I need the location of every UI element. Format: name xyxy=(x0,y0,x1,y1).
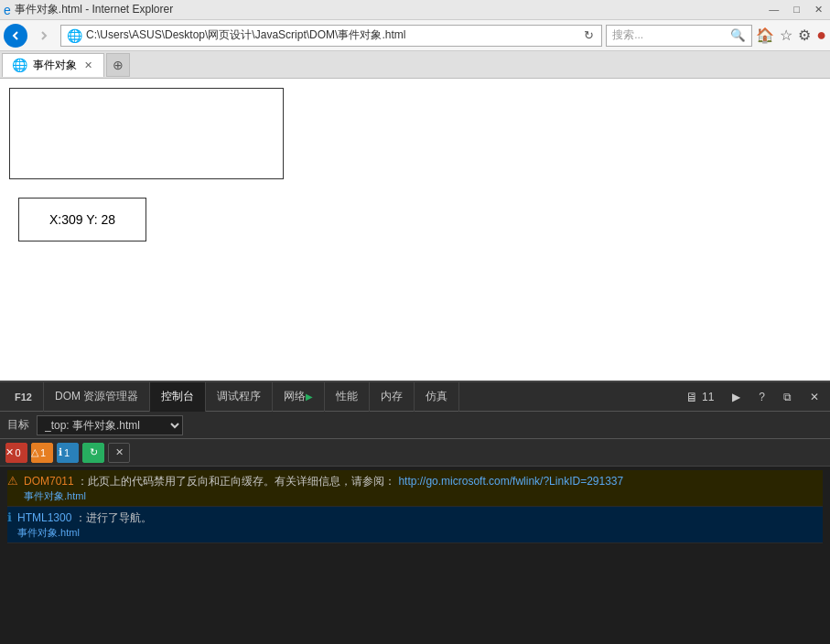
devtools-run-button[interactable]: ▶ xyxy=(725,384,748,410)
forward-icon xyxy=(38,30,49,41)
info-filter-button[interactable]: ℹ 1 xyxy=(57,443,79,463)
devtools-right-buttons: 🖥 11 ▶ ? ⧉ ✕ xyxy=(678,384,826,410)
maximize-button[interactable]: □ xyxy=(790,4,803,16)
devtools-close-icon: ✕ xyxy=(810,391,819,403)
back-icon xyxy=(10,30,21,41)
nav-bar: 🌐 C:\Users\ASUS\Desktop\网页设计\JavaScript\… xyxy=(0,20,830,51)
info-count: 1 xyxy=(64,447,77,458)
log-warning-source-link[interactable]: 事件对象.html xyxy=(24,490,86,501)
devtools-tab-f12[interactable]: F12 xyxy=(4,382,44,412)
clear-log-button[interactable]: ✕ xyxy=(108,443,130,463)
home-button[interactable]: 🏠 xyxy=(756,27,774,44)
tab-bar: 🌐 事件对象 ✕ ⊕ xyxy=(0,51,830,79)
devtools-action-bar: ✕ 0 △ 1 ℹ 1 ↻ ✕ xyxy=(0,439,830,467)
search-placeholder: 搜索... xyxy=(612,27,727,43)
devtools-target-bar: 目标 _top: 事件对象.html xyxy=(0,412,830,439)
browser-content: X:309 Y: 28 xyxy=(0,79,830,381)
tab-icon: 🌐 xyxy=(12,58,27,72)
refresh-button[interactable]: ↻ xyxy=(582,27,596,44)
user-button[interactable]: ● xyxy=(816,26,826,45)
warning-icon: △ xyxy=(31,446,38,458)
address-text: C:\Users\ASUS\Desktop\网页设计\JavaScript\DO… xyxy=(86,27,578,43)
target-select[interactable]: _top: 事件对象.html xyxy=(37,415,183,435)
devtools-monitor-button[interactable]: 🖥 11 xyxy=(678,384,721,410)
dock-icon: ⧉ xyxy=(783,391,792,403)
title-bar: e 事件对象.html - Internet Explorer — □ ✕ xyxy=(0,0,830,20)
devtools-tab-f12-label: F12 xyxy=(15,392,32,402)
run-icon: ▶ xyxy=(732,391,740,403)
log-entry-warning: ⚠ DOM7011 ：此页上的代码禁用了反向和正向缓存。有关详细信息，请参阅： … xyxy=(7,470,823,507)
tab-events[interactable]: 🌐 事件对象 ✕ xyxy=(2,53,104,77)
log-entry-info-content: HTML1300 ：进行了导航。 事件对象.html xyxy=(17,510,152,540)
address-bar[interactable]: 🌐 C:\Users\ASUS\Desktop\网页设计\JavaScript\… xyxy=(60,25,602,47)
close-window-button[interactable]: ✕ xyxy=(811,4,826,16)
browser-logo: e xyxy=(4,3,11,17)
target-label: 目标 xyxy=(7,417,29,433)
devtools-help-button[interactable]: ? xyxy=(751,384,772,410)
log-warning-source: 事件对象.html xyxy=(24,490,86,501)
devtools-tab-debugger[interactable]: 调试程序 xyxy=(206,382,273,412)
devtools-tab-performance[interactable]: 性能 xyxy=(325,382,370,412)
devtools-tab-memory-label: 内存 xyxy=(381,389,403,404)
help-icon: ? xyxy=(759,391,765,403)
devtools-tab-debugger-label: 调试程序 xyxy=(217,389,261,404)
title-bar-left: e 事件对象.html - Internet Explorer xyxy=(4,2,173,17)
devtools-tab-dom[interactable]: DOM 资源管理器 xyxy=(44,382,150,412)
devtools-tab-network[interactable]: 网络 ▶ xyxy=(273,382,325,412)
log-info-source-link[interactable]: 事件对象.html xyxy=(17,527,80,538)
devtools-monitor-count: 11 xyxy=(702,391,714,403)
warning-count: 1 xyxy=(40,447,53,458)
clear-icon: ✕ xyxy=(115,446,124,458)
log-warning-code: DOM7011 xyxy=(24,475,74,488)
devtools-toolbar: F12 DOM 资源管理器 控制台 调试程序 网络 ▶ 性能 内存 仿真 🖥 1… xyxy=(0,382,830,412)
favorites-button[interactable]: ☆ xyxy=(780,27,792,44)
devtools-tab-dom-label: DOM 资源管理器 xyxy=(55,389,138,404)
network-play-icon: ▶ xyxy=(306,392,313,402)
warning-filter-button[interactable]: △ 1 xyxy=(31,443,53,463)
error-count: 0 xyxy=(16,447,28,458)
devtools-tab-memory[interactable]: 内存 xyxy=(370,382,415,412)
devtools-panel: F12 DOM 资源管理器 控制台 调试程序 网络 ▶ 性能 内存 仿真 🖥 1… xyxy=(0,381,830,644)
forward-button[interactable] xyxy=(31,23,57,48)
search-button[interactable]: 🔍 xyxy=(730,28,746,42)
info-log-icon: ℹ xyxy=(7,510,12,524)
refresh-log-icon: ↻ xyxy=(90,446,98,458)
coords-text: X:309 Y: 28 xyxy=(49,212,115,227)
nav-right-buttons: 🏠 ☆ ⚙ ● xyxy=(756,26,826,45)
title-bar-text: 事件对象.html - Internet Explorer xyxy=(15,2,173,17)
monitor-icon: 🖥 xyxy=(685,390,698,404)
error-icon: ✕ xyxy=(5,446,14,458)
page-icon: 🌐 xyxy=(67,28,82,43)
log-warning-link[interactable]: http://go.microsoft.com/fwlink/?LinkID=2… xyxy=(398,475,623,488)
info-icon: ℹ xyxy=(59,446,62,458)
devtools-tab-emulation-label: 仿真 xyxy=(426,389,447,404)
error-filter-button[interactable]: ✕ 0 xyxy=(5,443,27,463)
log-info-text: ：进行了导航。 xyxy=(75,511,152,524)
devtools-tab-console[interactable]: 控制台 xyxy=(150,382,206,412)
new-tab-button[interactable]: ⊕ xyxy=(106,53,130,77)
back-button[interactable] xyxy=(4,24,27,48)
settings-button[interactable]: ⚙ xyxy=(798,27,811,44)
mouse-track-area[interactable] xyxy=(9,88,284,179)
minimize-button[interactable]: — xyxy=(765,4,782,16)
title-bar-controls: — □ ✕ xyxy=(765,4,826,16)
devtools-close-button[interactable]: ✕ xyxy=(803,384,826,410)
page-content: X:309 Y: 28 xyxy=(0,79,830,381)
tab-close-button[interactable]: ✕ xyxy=(82,59,94,72)
devtools-dock-button[interactable]: ⧉ xyxy=(776,384,799,410)
tab-label: 事件对象 xyxy=(33,58,77,73)
devtools-tab-emulation[interactable]: 仿真 xyxy=(415,382,459,412)
refresh-log-button[interactable]: ↻ xyxy=(82,443,104,463)
log-warning-text: ：此页上的代码禁用了反向和正向缓存。有关详细信息，请参阅： xyxy=(77,475,395,488)
devtools-tab-performance-label: 性能 xyxy=(336,389,358,404)
coordinates-display: X:309 Y: 28 xyxy=(18,198,146,242)
log-info-code: HTML1300 xyxy=(17,511,71,524)
warning-log-icon: ⚠ xyxy=(7,474,18,488)
log-entry-warning-content: DOM7011 ：此页上的代码禁用了反向和正向缓存。有关详细信息，请参阅： ht… xyxy=(24,473,623,503)
devtools-tab-network-label: 网络 xyxy=(284,389,306,404)
log-entry-info: ℹ HTML1300 ：进行了导航。 事件对象.html xyxy=(7,507,823,543)
devtools-log-content: ⚠ DOM7011 ：此页上的代码禁用了反向和正向缓存。有关详细信息，请参阅： … xyxy=(0,467,830,644)
devtools-tab-console-label: 控制台 xyxy=(161,389,194,404)
log-info-source: 事件对象.html xyxy=(17,527,80,538)
search-bar[interactable]: 搜索... 🔍 xyxy=(606,25,752,47)
